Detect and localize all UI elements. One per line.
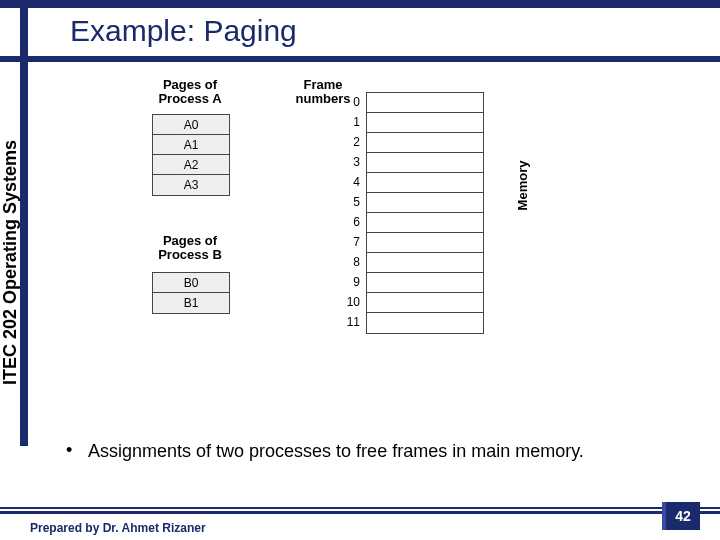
frame-number: 4 xyxy=(340,172,360,192)
process-b-stack: B0 B1 xyxy=(152,272,230,314)
memory-frame xyxy=(367,133,483,153)
pages-a-title: Pages ofProcess A xyxy=(150,78,230,107)
page-cell: B1 xyxy=(153,293,229,313)
frame-number: 2 xyxy=(340,132,360,152)
bullet-dot: • xyxy=(66,440,88,463)
footer: Prepared by Dr. Ahmet Rizaner 42 xyxy=(0,508,720,540)
paging-diagram: Pages ofProcess A A0 A1 A2 A3 Pages ofPr… xyxy=(110,78,590,418)
title-underline xyxy=(0,56,720,62)
memory-frame xyxy=(367,153,483,173)
slide: ITEC 202 Operating Systems Example: Pagi… xyxy=(0,0,720,540)
bullet-block: • Assignments of two processes to free f… xyxy=(66,440,686,463)
page-cell: A1 xyxy=(153,135,229,155)
frame-number: 5 xyxy=(340,192,360,212)
frame-number: 1 xyxy=(340,112,360,132)
frame-number: 11 xyxy=(340,312,360,332)
frame-number: 0 xyxy=(340,92,360,112)
frame-number: 7 xyxy=(340,232,360,252)
memory-frame xyxy=(367,313,483,333)
page-cell: B0 xyxy=(153,273,229,293)
memory-frame xyxy=(367,273,483,293)
memory-stack xyxy=(366,92,484,334)
frame-number: 8 xyxy=(340,252,360,272)
slide-title: Example: Paging xyxy=(70,14,297,48)
course-label-wrap: ITEC 202 Operating Systems xyxy=(4,62,22,446)
memory-frame xyxy=(367,113,483,133)
page-number: 42 xyxy=(662,502,700,530)
pages-b-title: Pages ofProcess B xyxy=(150,234,230,263)
frame-number: 9 xyxy=(340,272,360,292)
footer-line xyxy=(0,511,720,514)
memory-label: Memory xyxy=(515,161,530,211)
page-cell: A3 xyxy=(153,175,229,195)
top-accent-bar xyxy=(0,0,720,8)
memory-frame xyxy=(367,173,483,193)
process-a-stack: A0 A1 A2 A3 xyxy=(152,114,230,196)
footer-line xyxy=(0,507,720,509)
bullet-text: Assignments of two processes to free fra… xyxy=(88,440,686,463)
page-cell: A2 xyxy=(153,155,229,175)
frame-number: 10 xyxy=(340,292,360,312)
memory-frame xyxy=(367,93,483,113)
frame-number: 3 xyxy=(340,152,360,172)
memory-frame xyxy=(367,193,483,213)
page-cell: A0 xyxy=(153,115,229,135)
frame-number: 6 xyxy=(340,212,360,232)
prepared-by: Prepared by Dr. Ahmet Rizaner xyxy=(30,521,206,535)
memory-frame xyxy=(367,293,483,313)
course-label: ITEC 202 Operating Systems xyxy=(0,83,21,443)
memory-frame xyxy=(367,213,483,233)
memory-frame xyxy=(367,233,483,253)
memory-frame xyxy=(367,253,483,273)
frame-numbers: 0 1 2 3 4 5 6 7 8 9 10 11 xyxy=(340,92,360,332)
